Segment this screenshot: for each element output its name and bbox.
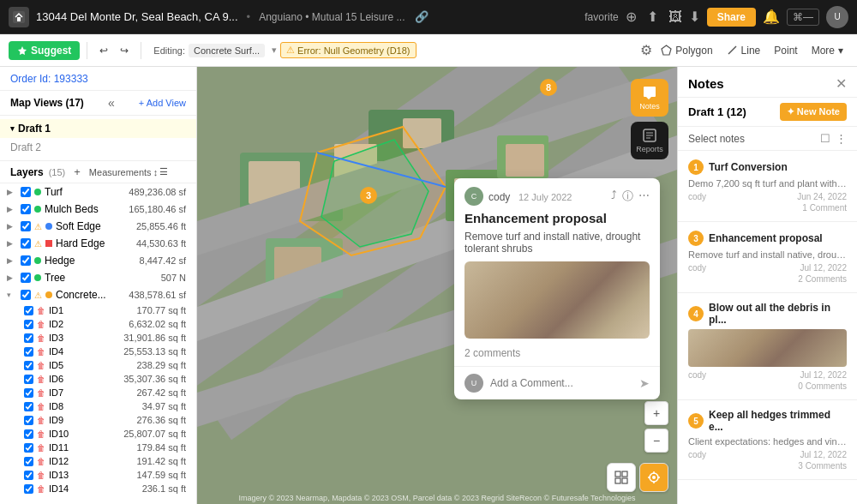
- sublayer-checkbox-ID10[interactable]: [24, 429, 33, 439]
- draft1-item[interactable]: ▾ Draft 1: [0, 119, 196, 138]
- link-icon[interactable]: 🔗: [415, 10, 428, 23]
- delete-icon-ID6[interactable]: 🗑: [37, 375, 45, 384]
- delete-icon-ID8[interactable]: 🗑: [37, 402, 45, 411]
- undo-button[interactable]: ↩: [94, 41, 113, 60]
- sublayer-ID2[interactable]: 🗑 ID2 6,632.02 sq ft: [0, 317, 196, 331]
- delete-icon-ID9[interactable]: 🗑: [37, 416, 45, 425]
- note-item-1[interactable]: 1 Turf Conversion Demo 7,200 sq ft turf …: [678, 151, 857, 222]
- favorite-btn[interactable]: favorite: [584, 11, 618, 23]
- delete-icon-ID13[interactable]: 🗑: [37, 471, 45, 480]
- sublayer-checkbox-ID13[interactable]: [24, 471, 33, 480]
- sublayer-ID13[interactable]: 🗑 ID13 147.59 sq ft: [0, 468, 196, 482]
- sublayer-ID3[interactable]: 🗑 ID3 31,901.86 sq ft: [0, 331, 196, 345]
- note-item-5[interactable]: 5 Keep all hedges trimmed e... Client ex…: [678, 400, 857, 480]
- map-area[interactable]: 8 3 Notes Reports C cody 12 July 2022: [197, 67, 677, 504]
- layer-checkbox-concrete[interactable]: [21, 290, 31, 300]
- layer-checkbox-softedge[interactable]: [21, 221, 31, 231]
- polygon-button[interactable]: Polygon: [656, 41, 717, 60]
- notes-side-btn[interactable]: Notes: [631, 79, 668, 117]
- sublayer-ID11[interactable]: 🗑 ID11 179.84 sq ft: [0, 441, 196, 454]
- sublayer-checkbox-ID1[interactable]: [24, 306, 33, 315]
- sublayer-ID9[interactable]: 🗑 ID9 276.36 sq ft: [0, 413, 196, 427]
- star-icon[interactable]: ⊕: [626, 9, 637, 25]
- point-button[interactable]: Point: [769, 41, 802, 60]
- sublayer-ID4[interactable]: 🗑 ID4 25,553.13 sq ft: [0, 345, 196, 358]
- sublayer-checkbox-ID5[interactable]: [24, 361, 33, 370]
- sublayer-checkbox-ID11[interactable]: [24, 443, 33, 453]
- redo-button[interactable]: ↪: [115, 41, 134, 60]
- settings-button[interactable]: ⚙: [640, 42, 652, 58]
- new-note-button[interactable]: ✦ New Note: [780, 103, 847, 121]
- sublayer-checkbox-ID6[interactable]: [24, 375, 33, 384]
- share-button[interactable]: Share: [707, 8, 756, 27]
- editing-dropdown[interactable]: ▾: [272, 45, 277, 56]
- add-view-button[interactable]: + Add View: [139, 98, 186, 108]
- line-button[interactable]: Line: [722, 41, 766, 60]
- zoom-out-button[interactable]: −: [644, 429, 668, 453]
- layer-checkbox-tree[interactable]: [21, 273, 31, 283]
- info-icon[interactable]: ⓘ: [622, 189, 633, 204]
- more-icon[interactable]: ⋯: [638, 189, 650, 204]
- user-avatar[interactable]: U: [826, 6, 848, 28]
- more-button[interactable]: More ▾: [806, 41, 848, 60]
- delete-icon-ID11[interactable]: 🗑: [37, 443, 45, 453]
- note-item-3[interactable]: 3 Enhancement proposal Remove turf and i…: [678, 222, 857, 293]
- delete-icon-ID12[interactable]: 🗑: [37, 457, 45, 466]
- delete-icon-ID5[interactable]: 🗑: [37, 361, 45, 370]
- delete-icon-ID7[interactable]: 🗑: [37, 388, 45, 398]
- layer-checkbox-hardedge[interactable]: [21, 238, 31, 249]
- notes-filter-icon1[interactable]: ☐: [820, 132, 830, 145]
- sublayer-ID12[interactable]: 🗑 ID12 191.42 sq ft: [0, 454, 196, 468]
- draft2-item[interactable]: Draft 2: [0, 138, 196, 157]
- upload-icon[interactable]: ⬆: [647, 9, 658, 25]
- download-icon[interactable]: ⬇: [689, 9, 700, 25]
- layer-row-hardedge[interactable]: ▶ ⚠ Hard Edge 44,530.63 ft: [0, 235, 196, 252]
- layer-checkbox-hedge[interactable]: [21, 255, 31, 266]
- sublayer-checkbox-ID7[interactable]: [24, 388, 33, 398]
- send-comment-button[interactable]: ➤: [639, 376, 650, 390]
- sublayer-ID8[interactable]: 🗑 ID8 34.97 sq ft: [0, 399, 196, 413]
- delete-icon-ID4[interactable]: 🗑: [37, 347, 45, 357]
- image-icon[interactable]: 🖼: [668, 9, 682, 25]
- sublayer-ID1[interactable]: 🗑 ID1 170.77 sq ft: [0, 303, 196, 317]
- sublayer-checkbox-ID2[interactable]: [24, 320, 33, 329]
- sublayer-checkbox-ID9[interactable]: [24, 416, 33, 425]
- bell-icon[interactable]: 🔔: [763, 9, 780, 25]
- layer-row-softedge[interactable]: ▶ ⚠ Soft Edge 25,855.46 ft: [0, 218, 196, 235]
- suggest-button[interactable]: Suggest: [9, 41, 80, 60]
- notes-filter-icon2[interactable]: ⋮: [836, 132, 847, 145]
- sublayer-ID7[interactable]: 🗑 ID7 267.42 sq ft: [0, 386, 196, 399]
- sublayer-checkbox-ID3[interactable]: [24, 333, 33, 343]
- layer-checkbox-turf[interactable]: [21, 187, 31, 197]
- sublayer-checkbox-ID12[interactable]: [24, 457, 33, 466]
- add-layer-icon[interactable]: +: [74, 165, 81, 178]
- sublayer-checkbox-ID4[interactable]: [24, 347, 33, 357]
- layer-row-hedge[interactable]: ▶ Hedge 8,447.42 sf: [0, 252, 196, 269]
- delete-icon-ID2[interactable]: 🗑: [37, 320, 45, 329]
- note-item-4[interactable]: 4 Blow out all the debris in pl... cody …: [678, 293, 857, 400]
- order-link[interactable]: Order Id: 193333: [10, 73, 88, 85]
- delete-icon-ID14[interactable]: 🗑: [37, 484, 45, 494]
- sublayer-ID5[interactable]: 🗑 ID5 238.29 sq ft: [0, 358, 196, 372]
- delete-icon-ID3[interactable]: 🗑: [37, 333, 45, 343]
- reports-side-btn[interactable]: Reports: [631, 122, 668, 159]
- sublayer-checkbox-ID8[interactable]: [24, 402, 33, 411]
- comment-input[interactable]: [490, 377, 632, 389]
- keyboard-shortcut[interactable]: ⌘—: [787, 9, 819, 26]
- grid-toggle-button[interactable]: [607, 463, 636, 492]
- notes-close-button[interactable]: ✕: [836, 75, 847, 92]
- sublayer-checkbox-ID14[interactable]: [24, 484, 33, 494]
- layer-row-tree[interactable]: ▶ Tree 507 N: [0, 269, 196, 286]
- collapse-sidebar-button[interactable]: «: [108, 96, 115, 110]
- layer-row-concrete[interactable]: ▾ ⚠ Concrete... 438,578.61 sf: [0, 286, 196, 303]
- delete-icon-ID1[interactable]: 🗑: [37, 306, 45, 315]
- layer-row-turf[interactable]: ▶ Turf 489,236.08 sf: [0, 183, 196, 201]
- share-icon[interactable]: ⤴: [611, 189, 617, 204]
- sublayer-ID6[interactable]: 🗑 ID6 35,307.36 sq ft: [0, 372, 196, 386]
- delete-icon-ID10[interactable]: 🗑: [37, 429, 45, 439]
- layer-checkbox-mulchbeds[interactable]: [21, 204, 31, 214]
- zoom-in-button[interactable]: +: [644, 401, 668, 425]
- sublayer-ID14[interactable]: 🗑 ID14 236.1 sq ft: [0, 482, 196, 495]
- layer-row-mulchbeds[interactable]: ▶ Mulch Beds 165,180.46 sf: [0, 201, 196, 218]
- measurements-btn[interactable]: Measurements ↕ ☰: [89, 166, 168, 177]
